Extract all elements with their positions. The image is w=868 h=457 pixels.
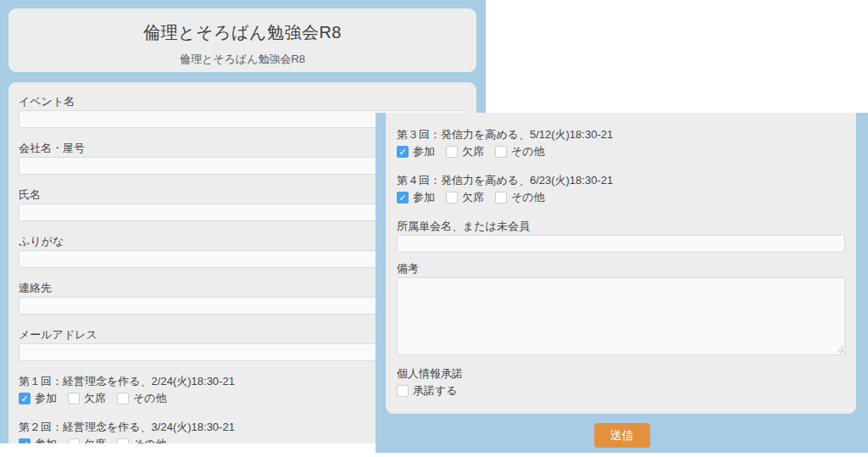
- session-4-title: 第４回：発信力を高める、6/23(火)18:30-21: [397, 173, 845, 187]
- checkbox-unchecked-icon[interactable]: [446, 146, 458, 158]
- checkbox-checked-icon[interactable]: [19, 393, 31, 404]
- submit-button[interactable]: 送信: [594, 423, 650, 448]
- remarks-label: 備考: [397, 261, 845, 276]
- collage-canvas: 倫理とそろばん勉強会R8 倫理とそろばん勉強会R8 イベント名 会社名・屋号 氏…: [0, 0, 868, 457]
- session-3-title: 第３回：発信力を高める、5/12(火)18:30-21: [397, 127, 845, 142]
- affiliation-input[interactable]: [397, 235, 845, 253]
- session-2-other-option[interactable]: その他: [117, 437, 167, 443]
- session-3-other-option[interactable]: その他: [495, 144, 545, 159]
- session-3-absent-option[interactable]: 欠席: [446, 144, 484, 159]
- session-1-attend-option[interactable]: 参加: [19, 391, 57, 406]
- page-subtitle: 倫理とそろばん勉強会R8: [8, 52, 476, 67]
- session-4-other-option[interactable]: その他: [495, 190, 545, 205]
- session-1-other-option[interactable]: その他: [117, 391, 167, 406]
- form-card-bottom: 第３回：発信力を高める、5/12(火)18:30-21 参加 欠席 その他: [386, 113, 856, 414]
- checkbox-unchecked-icon[interactable]: [68, 438, 80, 443]
- session-2-absent-option[interactable]: 欠席: [68, 437, 106, 443]
- session-3-block: 第３回：発信力を高める、5/12(火)18:30-21 参加 欠席 その他: [397, 127, 845, 159]
- checkbox-unchecked-icon[interactable]: [68, 393, 80, 404]
- consent-accept-option[interactable]: 承諾する: [397, 383, 458, 398]
- checkbox-unchecked-icon[interactable]: [117, 393, 129, 404]
- session-4-attend-option[interactable]: 参加: [397, 190, 435, 205]
- checkbox-checked-icon[interactable]: [19, 438, 31, 443]
- session-4-block: 第４回：発信力を高める、6/23(火)18:30-21 参加 欠席 その他: [397, 173, 845, 205]
- session-1-absent-option[interactable]: 欠席: [68, 391, 106, 406]
- consent-options: 承諾する: [397, 383, 845, 398]
- session-2-attend-option[interactable]: 参加: [19, 437, 57, 443]
- session-3-options: 参加 欠席 その他: [397, 144, 845, 159]
- affiliation-label: 所属単会名、または未会員: [397, 219, 845, 233]
- checkbox-unchecked-icon[interactable]: [446, 192, 458, 203]
- event-name-label: イベント名: [19, 94, 466, 109]
- field-remarks: 備考: [397, 261, 845, 355]
- checkbox-checked-icon[interactable]: [397, 192, 409, 203]
- consent-label: 個人情報承諾: [397, 366, 845, 381]
- form-header-card: 倫理とそろばん勉強会R8 倫理とそろばん勉強会R8: [8, 8, 476, 72]
- checkbox-unchecked-icon[interactable]: [397, 385, 409, 397]
- checkbox-unchecked-icon[interactable]: [495, 146, 507, 158]
- checkbox-checked-icon[interactable]: [397, 146, 409, 158]
- remarks-textarea[interactable]: [397, 277, 845, 355]
- submit-bar: 送信: [376, 423, 868, 448]
- consent-block: 個人情報承諾 承諾する: [397, 366, 845, 398]
- screenshot-form-bottom: 第３回：発信力を高める、5/12(火)18:30-21 参加 欠席 その他: [376, 113, 868, 453]
- session-4-absent-option[interactable]: 欠席: [446, 190, 484, 205]
- page-title: 倫理とそろばん勉強会R8: [8, 21, 476, 44]
- checkbox-unchecked-icon[interactable]: [495, 192, 507, 203]
- checkbox-unchecked-icon[interactable]: [117, 438, 129, 443]
- field-affiliation: 所属単会名、または未会員: [397, 219, 845, 253]
- session-4-options: 参加 欠席 その他: [397, 190, 845, 205]
- session-3-attend-option[interactable]: 参加: [397, 144, 435, 159]
